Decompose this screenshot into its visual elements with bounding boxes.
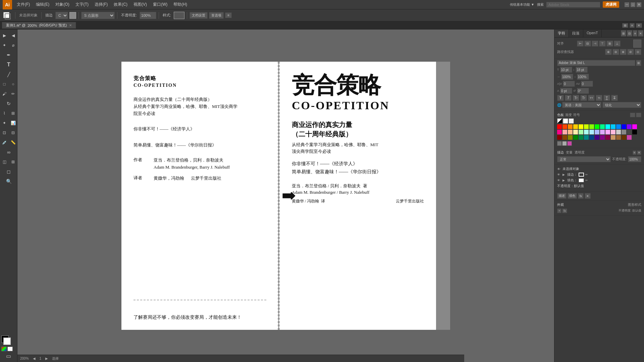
none-btn[interactable]: ◌ bbox=[7, 347, 13, 351]
appear-options-btn[interactable]: ≡ bbox=[633, 150, 636, 155]
swatch-dark-orange[interactable] bbox=[562, 135, 567, 140]
swatch-light-pink[interactable] bbox=[611, 130, 615, 134]
align-center-v-btn[interactable]: ⊞ bbox=[606, 41, 613, 47]
appearance-tab[interactable]: 描边 bbox=[557, 150, 564, 155]
swatch-blue[interactable] bbox=[622, 124, 626, 129]
clear-appearance-btn[interactable]: ✕ bbox=[585, 193, 591, 199]
selection-tool[interactable]: ▶ bbox=[0, 31, 9, 40]
swatch-black[interactable] bbox=[632, 130, 637, 134]
swatch-light-violet[interactable] bbox=[600, 130, 605, 134]
stroke-edit-icon[interactable]: ✏ bbox=[585, 173, 588, 176]
font-name-input[interactable] bbox=[557, 60, 635, 66]
swatch-light-magenta[interactable] bbox=[605, 130, 610, 134]
stroke-color-swatch[interactable] bbox=[579, 173, 584, 177]
line-tool[interactable]: ╱ bbox=[0, 70, 17, 79]
rotation-input[interactable] bbox=[577, 88, 589, 94]
paintbrush-tool[interactable]: 🖌 bbox=[0, 89, 9, 99]
swatch-tan[interactable] bbox=[611, 135, 615, 140]
leading-input[interactable] bbox=[576, 67, 588, 73]
zoom-tool[interactable]: 🔍 bbox=[0, 177, 17, 186]
close-button[interactable]: ✕ bbox=[637, 2, 641, 7]
anti-alias-select[interactable]: 锐化 bbox=[602, 102, 642, 108]
align-right-btn[interactable]: ⊣ bbox=[592, 41, 598, 47]
graphic-styles-options-btn[interactable]: fx bbox=[562, 208, 567, 213]
align-options-btn[interactable] bbox=[633, 40, 641, 48]
gradient-tab[interactable]: 渐变 bbox=[565, 113, 572, 117]
graph-tool[interactable]: 📊 bbox=[9, 118, 17, 128]
stroke-color-box[interactable] bbox=[5, 13, 11, 19]
swatch-magenta[interactable] bbox=[632, 124, 637, 129]
tab-opentype[interactable]: OpenT bbox=[583, 29, 602, 37]
swatch-light-red[interactable] bbox=[562, 130, 567, 134]
language-select[interactable]: 英语：美国 bbox=[562, 102, 601, 108]
pathfinder-exclude-btn[interactable]: ⊘ bbox=[627, 49, 634, 55]
swatch-light-gray[interactable] bbox=[616, 130, 621, 134]
panel-icon-options[interactable]: ≡ bbox=[633, 30, 637, 37]
allcaps-btn[interactable]: TT bbox=[588, 95, 595, 101]
canvas-area[interactable]: 竞合策略 CO-OPETITION 商业运作的真实力量（二十周年经典版） 从经典… bbox=[17, 29, 554, 362]
swatch-orange[interactable] bbox=[568, 124, 573, 129]
page-nav-next[interactable]: ▶ bbox=[45, 357, 48, 360]
rotate-tool[interactable]: ↻ bbox=[0, 99, 17, 108]
eyedropper-tool[interactable]: 💉 bbox=[0, 138, 9, 147]
swatch-light-cyan[interactable] bbox=[589, 130, 594, 134]
preferences-button[interactable]: 首选项 bbox=[209, 12, 224, 19]
align-left-btn[interactable]: ⊢ bbox=[577, 41, 584, 47]
mesh-tool[interactable]: ⊞ bbox=[9, 157, 17, 167]
menu-effect[interactable]: 效果(C) bbox=[111, 1, 130, 8]
strikethrough-btn[interactable]: T bbox=[611, 95, 618, 101]
panel-collapse-button[interactable]: ⊞ bbox=[622, 23, 628, 28]
palette-grid-view-btn[interactable] bbox=[636, 113, 641, 117]
menu-window[interactable]: 窗口(W) bbox=[150, 1, 170, 8]
swatch-orange-red[interactable] bbox=[562, 124, 567, 129]
screen-mode-button[interactable]: ▭ bbox=[0, 353, 17, 361]
swatch-light-green[interactable] bbox=[579, 130, 583, 134]
add-new-fill-btn[interactable]: 填色 bbox=[568, 193, 577, 199]
swatch-light-gray1[interactable] bbox=[569, 118, 574, 124]
swatch-dark-red[interactable] bbox=[557, 135, 562, 140]
swatch-dark-teal[interactable] bbox=[579, 135, 583, 140]
panel-close-button[interactable]: ✕ bbox=[636, 23, 642, 28]
swatch-gray2[interactable] bbox=[562, 141, 567, 146]
swatch-green-cyan[interactable] bbox=[600, 124, 605, 129]
pathfinder-unite-btn[interactable]: ⊕ bbox=[605, 49, 612, 55]
minimize-button[interactable]: ─ bbox=[625, 2, 629, 7]
swatch-dark-green[interactable] bbox=[573, 135, 578, 140]
swatch-light-blue[interactable] bbox=[595, 130, 599, 134]
swatch-red[interactable] bbox=[557, 124, 562, 129]
swatch-yellow-green[interactable] bbox=[584, 124, 589, 129]
graphic-styles-tab[interactable]: 图形样式 bbox=[628, 202, 641, 207]
symbol-tab[interactable]: 符号 bbox=[573, 113, 580, 117]
swatch-rose[interactable] bbox=[627, 135, 632, 140]
swatch-light-orange[interactable] bbox=[568, 130, 573, 134]
smallcaps-btn[interactable]: Tt bbox=[596, 95, 602, 101]
add-new-stroke-btn[interactable]: 描述 bbox=[557, 193, 567, 199]
pencil-tool[interactable]: ✏ bbox=[9, 89, 17, 99]
tab-paragraph[interactable]: 段落 bbox=[569, 29, 583, 37]
page-nav-prev[interactable]: ◀ bbox=[33, 357, 36, 360]
swatch-dark-magenta[interactable] bbox=[600, 135, 605, 140]
panel-icon-align[interactable]: ⊞ bbox=[621, 30, 626, 37]
tracking-input[interactable] bbox=[581, 81, 593, 87]
menu-edit[interactable]: 编辑(E) bbox=[33, 1, 52, 8]
font-options-button[interactable]: ⊞ bbox=[636, 60, 641, 66]
bold-btn[interactable]: T bbox=[557, 95, 564, 101]
measure-tool[interactable]: 📏 bbox=[9, 138, 17, 147]
menu-object[interactable]: 对象(O) bbox=[53, 1, 72, 8]
add-to-graphic-styles-btn[interactable]: + bbox=[557, 208, 561, 213]
superscript-btn[interactable]: Tr bbox=[573, 95, 579, 101]
eraser-tool[interactable]: ◻ bbox=[0, 167, 17, 176]
swatch-dark-pink[interactable] bbox=[605, 135, 610, 140]
swatch-dark-blue[interactable] bbox=[589, 135, 594, 140]
transparancy-tab[interactable]: 透明度 bbox=[575, 150, 585, 155]
fill-edit-icon[interactable]: ✏ bbox=[585, 179, 588, 182]
swatch-light-yellow[interactable] bbox=[573, 130, 578, 134]
blend-mode-select[interactable]: 正常 bbox=[557, 156, 611, 162]
swatch-cyan[interactable] bbox=[605, 124, 610, 129]
swatch-gray1[interactable] bbox=[557, 141, 562, 146]
pathfinder-divide-btn[interactable]: ⊙ bbox=[635, 49, 641, 55]
swatch-white[interactable] bbox=[563, 118, 568, 124]
free-transform-tool[interactable]: ⊞ bbox=[9, 109, 17, 118]
swatch-violet[interactable] bbox=[627, 124, 632, 129]
search-input[interactable] bbox=[546, 2, 600, 7]
